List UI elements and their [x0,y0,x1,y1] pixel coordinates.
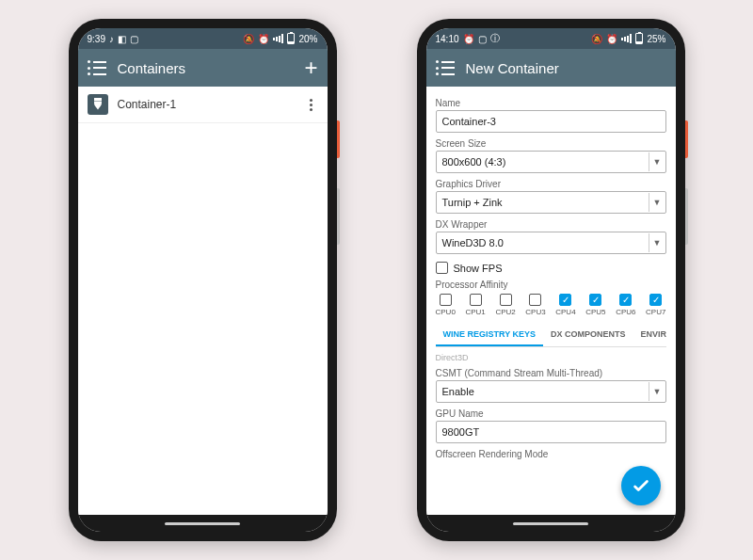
gpu-name-label: GPU Name [436,408,666,419]
cpu-cell[interactable]: CPU1 [465,294,485,316]
cpu-cell[interactable]: ✓CPU4 [555,294,575,316]
tab[interactable]: WINE REGISTRY KEYS [436,324,544,346]
battery-pct: 20% [298,34,317,44]
csmt-label: CSMT (Command Stream Multi-Thread) [436,368,666,378]
mute-icon: 🔕 [591,34,602,44]
name-label: Name [436,98,666,108]
battery-pct: 25% [647,34,665,44]
cpu-checkbox[interactable]: ✓ [619,294,632,306]
nav-bar [426,515,676,532]
app-bar: New Container [426,49,676,87]
list-item[interactable]: Container-1 [78,87,328,123]
battery-icon [635,33,643,44]
clock: 9:39 [88,34,105,44]
chevron-down-icon: ▼ [649,152,665,171]
cpu-cell[interactable]: ✓CPU5 [585,294,605,316]
cpu-checkbox[interactable] [470,294,482,306]
screen-size-select[interactable]: 800x600 (4:3)▼ [436,151,666,173]
list-item-label: Container-1 [118,98,295,111]
chevron-down-icon: ▼ [649,382,665,401]
show-fps-label: Show FPS [454,263,503,274]
processor-affinity-label: Processor Affinity [436,280,666,290]
cpu-checkbox[interactable]: ✓ [649,294,662,306]
clock: 14:10 [436,34,459,44]
app-icon: ◧ [118,34,126,44]
home-indicator[interactable] [165,522,240,525]
app-bar: Containers + [78,49,328,87]
alarm-icon: ⏰ [463,34,474,44]
chevron-down-icon: ▼ [649,193,665,212]
square-icon: ▢ [478,34,487,44]
page-title: Containers [118,60,294,76]
show-fps-row[interactable]: Show FPS [436,262,666,274]
confirm-fab[interactable] [621,466,661,505]
dx-wrapper-label: DX Wrapper [436,219,666,230]
status-bar: 14:10 ⏰ ▢ ⓘ 🔕 ⏰ 25% [426,28,676,49]
cpu-checkbox[interactable] [440,294,452,306]
name-input[interactable]: Container-3 [436,110,666,133]
new-container-form: Name Container-3 Screen Size 800x600 (4:… [426,87,676,515]
home-indicator[interactable] [513,522,588,525]
nav-bar [78,515,328,532]
page-title: New Container [466,60,666,76]
cpu-checkbox[interactable]: ✓ [559,294,571,306]
screen-right: 14:10 ⏰ ▢ ⓘ 🔕 ⏰ 25% New Container Nam [426,28,676,532]
graphics-driver-label: Graphics Driver [436,179,666,189]
cpu-cell[interactable]: ✓CPU7 [646,294,665,316]
phone-right: 14:10 ⏰ ▢ ⓘ 🔕 ⏰ 25% New Container Nam [417,19,685,541]
container-list: Container-1 [78,87,328,515]
cpu-label: CPU2 [495,308,515,316]
item-menu-button[interactable] [304,95,318,115]
cpu-label: CPU5 [585,308,605,316]
status-bar: 9:39 ♪ ◧ ▢ 🔕 ⏰ 20% [78,28,328,49]
add-button[interactable]: + [304,56,317,79]
screen-left: 9:39 ♪ ◧ ▢ 🔕 ⏰ 20% Containers + [78,28,328,532]
signal-icon [621,34,632,43]
csmt-select[interactable]: Enable▼ [436,380,666,403]
cpu-label: CPU1 [465,308,485,316]
tabs: WINE REGISTRY KEYSDX COMPONENTSENVIR [436,324,666,347]
signal-icon [273,34,283,43]
cpu-grid: CPU0CPU1CPU2CPU3✓CPU4✓CPU5✓CPU6✓CPU7 [436,294,666,316]
cpu-label: CPU0 [436,308,456,316]
mute-icon: 🔕 [243,34,254,44]
cpu-cell[interactable]: CPU2 [495,294,515,316]
screen-size-label: Screen Size [436,138,666,149]
d3d-section-label: Direct3D [436,353,666,362]
tab[interactable]: ENVIR [633,324,675,346]
cpu-label: CPU4 [555,308,575,316]
phone-left: 9:39 ♪ ◧ ▢ 🔕 ⏰ 20% Containers + [69,19,337,541]
gpu-name-input[interactable]: 9800GT [436,421,666,443]
menu-icon[interactable] [88,60,106,75]
alarm-icon: ⏰ [606,34,617,44]
cpu-label: CPU6 [616,308,635,316]
chevron-down-icon: ▼ [649,233,665,252]
cpu-cell[interactable]: CPU3 [525,294,545,316]
dx-wrapper-select[interactable]: WineD3D 8.0▼ [436,232,666,254]
info-icon: ⓘ [490,32,500,45]
show-fps-checkbox[interactable] [436,262,448,274]
cpu-checkbox[interactable] [500,294,512,306]
cpu-cell[interactable]: CPU0 [436,294,456,316]
cpu-cell[interactable]: ✓CPU6 [616,294,635,316]
alarm-icon: ⏰ [258,34,269,44]
cpu-label: CPU3 [525,308,545,316]
cpu-checkbox[interactable] [529,294,541,306]
offscreen-label: Offscreen Rendering Mode [436,449,666,459]
menu-icon[interactable] [436,60,455,75]
container-icon [88,94,108,115]
tiktok-icon: ♪ [109,34,114,44]
cpu-label: CPU7 [646,308,665,316]
tab[interactable]: DX COMPONENTS [543,324,633,346]
battery-icon [287,33,295,44]
square-icon: ▢ [130,34,138,44]
graphics-driver-select[interactable]: Turnip + Zink▼ [436,191,666,214]
cpu-checkbox[interactable]: ✓ [589,294,601,306]
